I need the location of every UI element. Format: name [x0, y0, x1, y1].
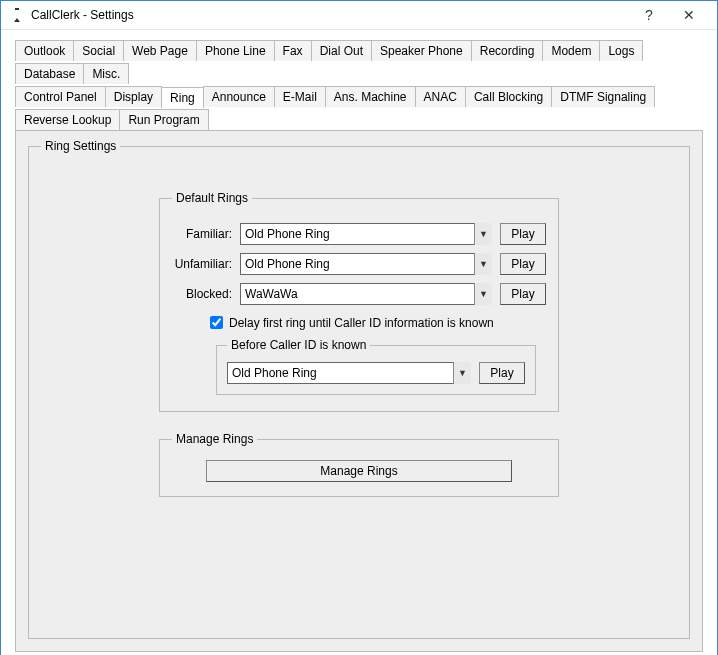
tab-ring[interactable]: Ring [161, 87, 204, 108]
close-icon: ✕ [683, 7, 695, 23]
tab-speaker-phone[interactable]: Speaker Phone [371, 40, 472, 61]
delay-first-ring-checkbox[interactable] [210, 316, 223, 329]
manage-rings-legend: Manage Rings [172, 432, 257, 446]
tab-fax[interactable]: Fax [274, 40, 312, 61]
tab-web-page[interactable]: Web Page [123, 40, 197, 61]
help-button[interactable]: ? [629, 1, 669, 29]
tab-logs[interactable]: Logs [599, 40, 643, 61]
tab-dial-out[interactable]: Dial Out [311, 40, 372, 61]
tab-database[interactable]: Database [15, 63, 84, 84]
close-button[interactable]: ✕ [669, 1, 709, 29]
blocked-row: Blocked: ▼ Play [172, 283, 546, 305]
tab-control-panel[interactable]: Control Panel [15, 86, 106, 107]
manage-rings-button[interactable]: Manage Rings [206, 460, 512, 482]
titlebar: CallClerk - Settings ? ✕ [1, 1, 717, 30]
tab-modem[interactable]: Modem [542, 40, 600, 61]
blocked-label: Blocked: [172, 287, 232, 301]
tab-dtmf-signaling[interactable]: DTMF Signaling [551, 86, 655, 107]
before-caller-id-group: Before Caller ID is known ▼ Play [216, 338, 536, 395]
tab-ans-machine[interactable]: Ans. Machine [325, 86, 416, 107]
tab-social[interactable]: Social [73, 40, 124, 61]
unfamiliar-row: Unfamiliar: ▼ Play [172, 253, 546, 275]
default-rings-legend: Default Rings [172, 191, 252, 205]
manage-rings-group: Manage Rings Manage Rings [159, 432, 559, 497]
tab-reverse-lookup[interactable]: Reverse Lookup [15, 109, 120, 130]
delay-checkbox-row: Delay first ring until Caller ID informa… [206, 313, 546, 332]
tab-call-blocking[interactable]: Call Blocking [465, 86, 552, 107]
settings-window: CallClerk - Settings ? ✕ OutlookSocialWe… [0, 0, 718, 655]
familiar-row: Familiar: ▼ Play [172, 223, 546, 245]
content-area: OutlookSocialWeb PagePhone LineFaxDial O… [1, 30, 717, 655]
before-caller-id-select[interactable] [227, 362, 471, 384]
blocked-select[interactable] [240, 283, 492, 305]
tab-panel-ring: Ring Settings Default Rings Familiar: ▼ … [15, 130, 703, 652]
before-caller-id-legend: Before Caller ID is known [227, 338, 370, 352]
default-rings-group: Default Rings Familiar: ▼ Play Unfamilia… [159, 191, 559, 412]
help-icon: ? [645, 7, 653, 23]
tab-phone-line[interactable]: Phone Line [196, 40, 275, 61]
window-title: CallClerk - Settings [31, 8, 134, 22]
tab-display[interactable]: Display [105, 86, 162, 107]
tab-misc[interactable]: Misc. [83, 63, 129, 84]
tab-strip: OutlookSocialWeb PagePhone LineFaxDial O… [15, 38, 703, 130]
tab-e-mail[interactable]: E-Mail [274, 86, 326, 107]
familiar-label: Familiar: [172, 227, 232, 241]
tab-anac[interactable]: ANAC [415, 86, 466, 107]
tab-recording[interactable]: Recording [471, 40, 544, 61]
tab-announce[interactable]: Announce [203, 86, 275, 107]
app-icon [9, 7, 25, 23]
tab-run-program[interactable]: Run Program [119, 109, 208, 130]
play-before-caller-id-button[interactable]: Play [479, 362, 525, 384]
tab-outlook[interactable]: Outlook [15, 40, 74, 61]
ring-settings-legend: Ring Settings [41, 139, 120, 153]
unfamiliar-label: Unfamiliar: [172, 257, 232, 271]
play-unfamiliar-button[interactable]: Play [500, 253, 546, 275]
delay-first-ring-label[interactable]: Delay first ring until Caller ID informa… [229, 316, 494, 330]
ring-settings-group: Ring Settings Default Rings Familiar: ▼ … [28, 139, 690, 639]
play-familiar-button[interactable]: Play [500, 223, 546, 245]
play-blocked-button[interactable]: Play [500, 283, 546, 305]
unfamiliar-select[interactable] [240, 253, 492, 275]
familiar-select[interactable] [240, 223, 492, 245]
